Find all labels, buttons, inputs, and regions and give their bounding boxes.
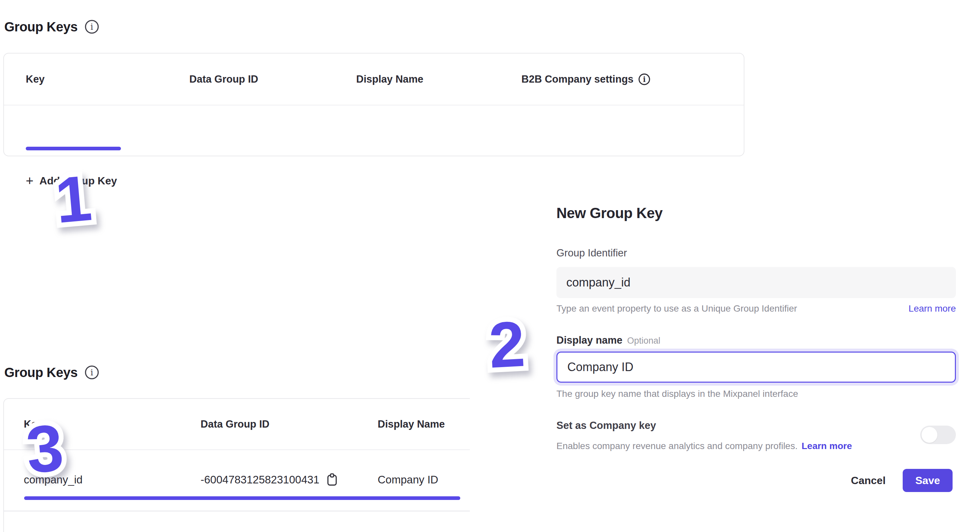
row-data-group-id-cell: -6004783125823100431 <box>200 473 378 486</box>
form-title: New Group Key <box>557 205 956 221</box>
display-name-label: Display nameOptional <box>557 334 660 346</box>
company-key-helper: Enables company revenue analytics and co… <box>557 441 798 451</box>
group-identifier-helper-row: Type an event property to use as a Uniqu… <box>557 303 956 314</box>
copy-icon[interactable] <box>327 473 337 486</box>
cancel-button[interactable]: Cancel <box>851 475 886 487</box>
table-header-row: Key Data Group ID Display Name B2B Compa… <box>4 54 744 105</box>
optional-tag: Optional <box>627 336 660 346</box>
col-header-b2b-settings: B2B Company settings i <box>522 73 722 86</box>
toggle-knob <box>921 427 937 443</box>
company-key-helper-row: Enables company revenue analytics and co… <box>557 441 956 451</box>
group-keys-heading-bottom: Group Keys i <box>4 365 99 380</box>
table-divider <box>4 105 744 105</box>
display-name-input[interactable] <box>557 352 956 383</box>
display-name-helper: The group key name that displays in the … <box>557 389 798 399</box>
company-key-label: Set as Company key <box>557 420 656 432</box>
group-keys-title: Group Keys <box>4 365 78 380</box>
col-header-key: Key <box>26 73 189 85</box>
group-keys-title: Group Keys <box>4 19 78 34</box>
step-1-badge: 1 1 <box>53 166 94 233</box>
form-buttons: Cancel Save <box>851 469 953 492</box>
learn-more-link[interactable]: Learn more <box>908 303 956 314</box>
col-header-data-group-id: Data Group ID <box>189 73 356 85</box>
col-header-display-name: Display Name <box>356 73 522 85</box>
group-keys-heading-top: Group Keys i <box>4 19 99 34</box>
group-identifier-helper: Type an event property to use as a Uniqu… <box>557 303 797 314</box>
step3-annotation-underline <box>24 496 460 500</box>
group-identifier-label: Group Identifier <box>557 247 627 259</box>
save-button[interactable]: Save <box>903 469 953 492</box>
table-divider <box>4 511 470 511</box>
step-3-badge: 3 3 <box>24 414 66 483</box>
step-2-badge: 2 2 <box>487 311 527 377</box>
screenshot-canvas: Group Keys i Key Data Group ID Display N… <box>0 0 980 532</box>
table-row[interactable]: company_id -6004783125823100431 Company … <box>4 465 470 495</box>
info-icon[interactable]: i <box>84 19 99 34</box>
svg-text:i: i <box>91 368 93 377</box>
learn-more-link[interactable]: Learn more <box>802 441 852 451</box>
svg-text:i: i <box>643 75 646 83</box>
col-header-display-name: Display Name <box>378 418 450 430</box>
svg-text:i: i <box>91 22 93 32</box>
step1-annotation-underline <box>26 147 121 150</box>
new-group-key-form: New Group Key Group Identifier Type an e… <box>557 205 956 221</box>
table-header-row: Key Data Group ID Display Name <box>4 399 470 449</box>
group-keys-table-top: Key Data Group ID Display Name B2B Compa… <box>3 53 745 156</box>
plus-icon: + <box>26 174 33 187</box>
row-display-name-cell: Company ID <box>378 473 450 486</box>
display-name-helper-row: The group key name that displays in the … <box>557 389 956 399</box>
group-keys-table-bottom: Key Data Group ID Display Name company_i… <box>3 398 470 532</box>
info-icon[interactable]: i <box>84 365 99 380</box>
info-icon[interactable]: i <box>638 73 651 86</box>
table-divider <box>4 449 470 450</box>
group-identifier-input[interactable] <box>557 267 956 298</box>
col-header-data-group-id: Data Group ID <box>200 418 378 430</box>
